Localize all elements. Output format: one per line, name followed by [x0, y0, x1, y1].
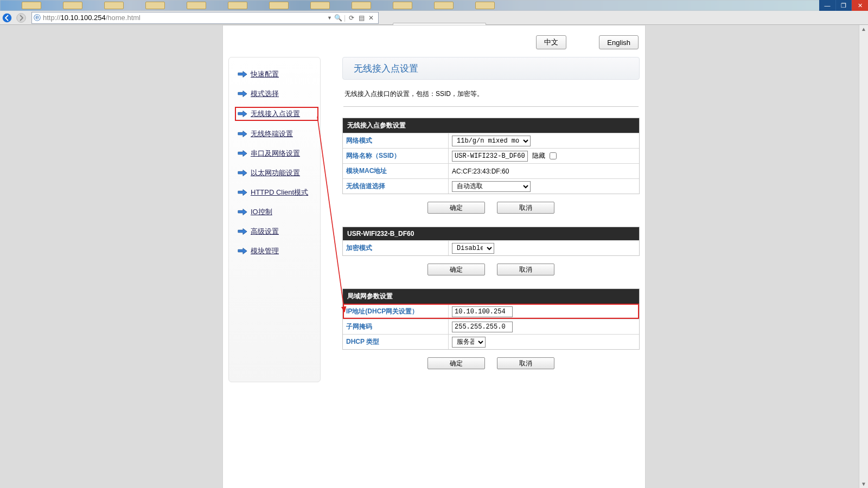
arrow-right-icon	[238, 208, 247, 216]
window-chrome: — ❐ ✕ ⓔ http://10.10.100.254/home.html ▼…	[0, 0, 868, 25]
encryption-select[interactable]: Disable	[452, 243, 494, 254]
sidebar-item-ethernet[interactable]: 以太网功能设置	[238, 168, 317, 178]
sidebar-item-mode-select[interactable]: 模式选择	[238, 89, 317, 99]
nav-back-button[interactable]	[0, 12, 14, 24]
addressbar-dropdown-icon[interactable]: ▼	[327, 15, 332, 21]
panel-header: 局域网参数设置	[343, 289, 639, 304]
row-ip-address: IP地址(DHCP网关设置）	[343, 304, 639, 319]
sidebar-item-label: HTTPD Client模式	[251, 188, 308, 197]
sidebar-item-label: 无线终端设置	[251, 129, 293, 139]
row-label-dhcp: DHCP 类型	[343, 335, 449, 349]
page-title: 无线接入点设置	[342, 57, 640, 80]
sidebar-item-label: 串口及网络设置	[251, 149, 300, 158]
sidebar-item-label: 以太网功能设置	[251, 168, 300, 178]
row-label-subnet: 子网掩码	[343, 319, 449, 334]
arrow-right-icon	[238, 90, 247, 98]
search-icon[interactable]: 🔍	[334, 14, 342, 22]
arrow-right-icon	[238, 110, 247, 118]
arrow-right-icon	[238, 247, 247, 255]
page-viewport: 中文 English 快速配置 模式选择 无线接入点设置	[0, 25, 868, 488]
arrow-right-icon	[238, 150, 247, 157]
row-label-channel: 无线信道选择	[343, 179, 449, 194]
subnet-mask-input[interactable]	[452, 322, 513, 332]
row-label-encryption: 加密模式	[343, 241, 449, 255]
arrow-right-icon	[238, 70, 247, 78]
network-mode-select[interactable]: 11b/g/n mixed mode	[452, 136, 531, 146]
ip-address-input[interactable]	[452, 306, 513, 317]
vertical-scrollbar[interactable]	[859, 25, 868, 488]
sidebar-item-serial-network[interactable]: 串口及网络设置	[238, 149, 317, 158]
arrow-right-icon	[238, 189, 247, 196]
sidebar: 快速配置 模式选择 无线接入点设置 无线终端设置 串口及网络设置	[228, 57, 321, 382]
window-minimize-button[interactable]: —	[819, 0, 835, 11]
svg-point-1	[17, 13, 26, 22]
ie-page-icon: ⓔ	[32, 13, 42, 23]
ssid-input[interactable]	[452, 151, 528, 162]
row-label-network-mode: 网络模式	[343, 133, 449, 148]
channel-select[interactable]: 自动选取	[452, 181, 531, 192]
main-content: 无线接入点设置 无线接入点接口的设置，包括：SSID，加密等。 无线接入点参数设…	[342, 57, 640, 382]
sidebar-item-label: 模式选择	[251, 89, 279, 99]
panel-encryption: USR-WIFI232-B_DF60 加密模式 Disable	[342, 227, 640, 256]
sidebar-item-label: IO控制	[251, 207, 272, 217]
sidebar-item-module-mgmt[interactable]: 模块管理	[238, 246, 317, 256]
cancel-button[interactable]: 取消	[497, 202, 554, 214]
panel-ap-params: 无线接入点参数设置 网络模式 11b/g/n mixed mode 网络名称（S…	[342, 118, 640, 194]
sidebar-item-httpd-client[interactable]: HTTPD Client模式	[238, 188, 317, 197]
url-text: http://10.10.100.254/home.html	[42, 14, 324, 22]
cancel-button[interactable]: 取消	[497, 264, 554, 275]
cancel-button[interactable]: 取消	[497, 357, 554, 369]
row-label-ssid: 网络名称（SSID）	[343, 149, 449, 163]
page-container: 中文 English 快速配置 模式选择 无线接入点设置	[222, 25, 646, 488]
divider	[343, 106, 639, 107]
arrow-right-icon	[238, 169, 247, 177]
window-maximize-button[interactable]: ❐	[835, 0, 852, 11]
taskbar-icons	[0, 0, 868, 11]
refresh-icon[interactable]: ⟳	[348, 14, 355, 22]
panel-lan-params: 局域网参数设置 IP地址(DHCP网关设置） 子网掩码	[342, 288, 640, 350]
ok-button[interactable]: 确定	[427, 264, 485, 275]
sidebar-item-ap-settings[interactable]: 无线接入点设置	[237, 108, 317, 119]
lang-english-button[interactable]: English	[599, 35, 639, 49]
nav-forward-button[interactable]	[14, 12, 28, 24]
panel-header: USR-WIFI232-B_DF60	[343, 227, 639, 240]
sidebar-item-label: 高级设置	[251, 227, 279, 236]
sidebar-item-label: 无线接入点设置	[251, 109, 300, 119]
window-close-button[interactable]: ✕	[852, 0, 868, 11]
lang-chinese-button[interactable]: 中文	[536, 35, 566, 49]
addressbar-right-icons: ▼ 🔍 | ⟳ ▤ ✕	[324, 14, 378, 22]
sidebar-item-label: 快速配置	[251, 69, 279, 79]
row-label-ip: IP地址(DHCP网关设置）	[343, 304, 449, 319]
hide-ssid-checkbox[interactable]	[550, 152, 557, 159]
panel-header: 无线接入点参数设置	[343, 118, 639, 133]
dhcp-type-select[interactable]: 服务器	[452, 337, 486, 348]
compat-icon[interactable]: ▤	[358, 14, 365, 22]
page-description: 无线接入点接口的设置，包括：SSID，加密等。	[344, 89, 637, 99]
ok-button[interactable]: 确定	[427, 202, 485, 214]
hide-ssid-label: 隐藏	[532, 151, 545, 160]
row-label-mac: 模块MAC地址	[343, 164, 449, 178]
svg-point-0	[3, 13, 12, 22]
sidebar-item-sta-settings[interactable]: 无线终端设置	[238, 129, 317, 139]
address-bar[interactable]: ⓔ http://10.10.100.254/home.html ▼ 🔍 | ⟳…	[31, 12, 379, 24]
mac-value: AC:CF:23:43:DF:60	[449, 166, 639, 177]
sidebar-item-advanced[interactable]: 高级设置	[238, 227, 317, 236]
stop-icon[interactable]: ✕	[367, 14, 375, 22]
sidebar-item-quick-config[interactable]: 快速配置	[238, 69, 317, 79]
sidebar-item-io-control[interactable]: IO控制	[238, 207, 317, 217]
arrow-right-icon	[238, 130, 247, 138]
arrow-right-icon	[238, 228, 247, 235]
browser-toolbar: ⓔ http://10.10.100.254/home.html ▼ 🔍 | ⟳…	[0, 11, 868, 25]
sidebar-item-label: 模块管理	[251, 246, 279, 256]
ok-button[interactable]: 确定	[427, 357, 485, 369]
